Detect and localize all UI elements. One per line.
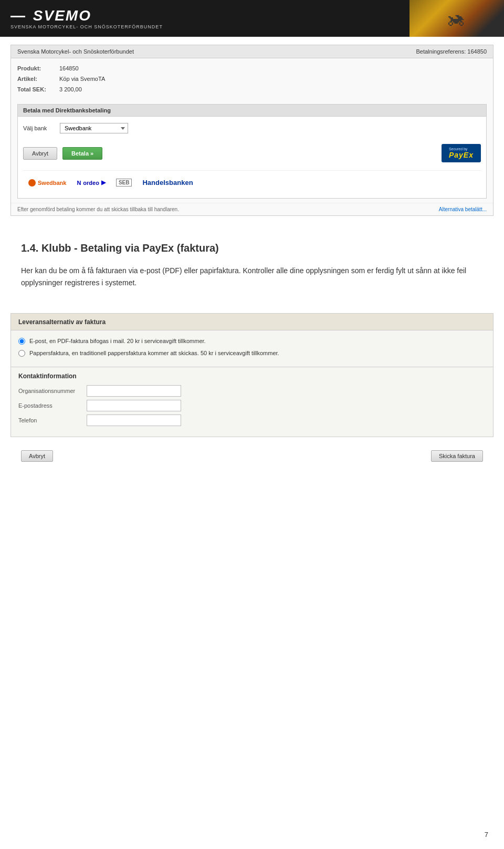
bank-select-label: Välj bank bbox=[23, 125, 55, 131]
invoice-options: E-post, en PDF-faktura bifogas i mail. 2… bbox=[11, 330, 493, 367]
payment-info-table: Produkt: 164850 Artikel: Köp via SvemoTA… bbox=[11, 58, 493, 100]
skicka-faktura-button[interactable]: Skicka faktura bbox=[431, 450, 483, 462]
invoice-form-title: Leveransalternativ av faktura bbox=[18, 318, 106, 326]
invoice-option-email: E-post, en PDF-faktura bifogas i mail. 2… bbox=[18, 337, 486, 346]
email-input[interactable] bbox=[87, 400, 181, 411]
email-row: E-postadress bbox=[18, 400, 486, 411]
bottom-avbryt-button[interactable]: Avbryt bbox=[21, 450, 53, 462]
invoice-form-container: Leveransalternativ av faktura E-post, en… bbox=[10, 313, 494, 437]
payment-footer-note: Efter genomförd betaling kommer du att s… bbox=[17, 206, 179, 212]
contact-section-title: Kontaktinformation bbox=[18, 372, 486, 380]
payment-buttons-left: Avbryt Betala » bbox=[23, 147, 102, 160]
invoice-paper-label: Pappersfaktura, en traditionell pappersf… bbox=[29, 349, 279, 358]
payment-button-row: Avbryt Betala » Secured by PayEx bbox=[23, 141, 481, 165]
payment-footer-row: Efter genomförd betaling kommer du att s… bbox=[11, 203, 493, 215]
handelsbanken-logo: Handelsbanken bbox=[142, 179, 193, 187]
email-label: E-postadress bbox=[18, 402, 87, 409]
article-row: Artikel: Köp via SvemoTA bbox=[17, 74, 487, 85]
header-moto-image: 🏍 bbox=[410, 0, 504, 37]
product-row: Produkt: 164850 bbox=[17, 64, 487, 74]
bank-select[interactable]: Swedbank Nordea SEB Handelsbanken bbox=[60, 123, 128, 133]
site-logo: SVEMO SVENSKA MOTORCYKEL- OCH SNÖSKOTERF… bbox=[10, 7, 163, 29]
nordea-logo: N ordeo ▶ bbox=[77, 179, 106, 186]
section-14: 1.4. Klubb - Betaling via PayEx (faktura… bbox=[10, 226, 494, 305]
bottom-button-row: Avbryt Skicka faktura bbox=[10, 445, 494, 467]
invoice-paper-radio[interactable] bbox=[18, 350, 25, 357]
contact-section: Kontaktinformation Organisationsnummer E… bbox=[11, 367, 493, 437]
product-value: 164850 bbox=[59, 64, 79, 74]
payex-badge-main: PayEx bbox=[449, 151, 474, 159]
main-content: Svenska Motorcykel- och Snöskoterförbund… bbox=[0, 37, 504, 475]
article-value: Köp via SvemoTA bbox=[59, 74, 105, 85]
invoice-form-header: Leveransalternativ av faktura bbox=[11, 314, 493, 330]
bank-logos-row: Swedbank N ordeo ▶ SEB Handelsbanken bbox=[23, 170, 481, 192]
payex-badge: Secured by PayEx bbox=[442, 144, 481, 162]
invoice-option-paper: Pappersfaktura, en traditionell pappersf… bbox=[18, 349, 486, 358]
article-label: Artikel: bbox=[17, 74, 59, 85]
invoice-email-label: E-post, en PDF-faktura bifogas i mail. 2… bbox=[29, 337, 206, 346]
payment-frame: Svenska Motorcykel- och Snöskoterförbund… bbox=[10, 45, 494, 216]
swedbank-logo: Swedbank bbox=[28, 179, 66, 187]
invoice-email-radio[interactable] bbox=[18, 338, 25, 345]
swedbank-circle-icon bbox=[28, 179, 36, 187]
total-value: 3 200,00 bbox=[59, 85, 82, 95]
direct-bank-section: Betala med Direktbanksbetaling Välj bank… bbox=[17, 104, 487, 199]
org-number-label: Organisationsnummer bbox=[18, 388, 87, 394]
logo-subtitle-text: SVENSKA MOTORCYKEL- OCH SNÖSKOTERFÖRBUND… bbox=[10, 24, 163, 29]
section-14-heading: 1.4. Klubb - Betaling via PayEx (faktura… bbox=[21, 242, 483, 254]
site-header: SVEMO SVENSKA MOTORCYKEL- OCH SNÖSKOTERF… bbox=[0, 0, 504, 37]
direct-bank-title: Betala med Direktbanksbetaling bbox=[18, 105, 486, 117]
total-label: Total SEK: bbox=[17, 85, 59, 95]
org-number-row: Organisationsnummer bbox=[18, 385, 486, 397]
alternativa-link[interactable]: Alternativa betalätt... bbox=[439, 206, 487, 212]
payment-frame-header: Svenska Motorcykel- och Snöskoterförbund… bbox=[11, 45, 493, 58]
moto-icon: 🏍 bbox=[447, 7, 466, 29]
section-14-para1: Her kan du be om å få fakturaen via e-po… bbox=[21, 265, 483, 288]
payex-badge-small: Secured by bbox=[449, 147, 474, 151]
avbryt-button[interactable]: Avbryt bbox=[23, 147, 57, 160]
betala-button[interactable]: Betala » bbox=[62, 147, 102, 160]
telefon-label: Telefon bbox=[18, 417, 87, 423]
product-label: Produkt: bbox=[17, 64, 59, 74]
direct-bank-body: Välj bank Swedbank Nordea SEB Handelsban… bbox=[18, 117, 486, 198]
org-number-input[interactable] bbox=[87, 385, 181, 397]
logo-main-text: SVEMO bbox=[10, 7, 163, 24]
page-number: 7 bbox=[485, 831, 488, 838]
telefon-input[interactable] bbox=[87, 415, 181, 426]
payment-reference: Betalningsreferens: 164850 bbox=[416, 48, 487, 55]
bank-select-row: Välj bank Swedbank Nordea SEB Handelsban… bbox=[23, 123, 481, 133]
telefon-row: Telefon bbox=[18, 415, 486, 426]
payment-org-name: Svenska Motorcykel- och Snöskoterförbund… bbox=[17, 48, 134, 55]
total-row: Total SEK: 3 200,00 bbox=[17, 85, 487, 95]
seb-logo: SEB bbox=[116, 179, 132, 187]
